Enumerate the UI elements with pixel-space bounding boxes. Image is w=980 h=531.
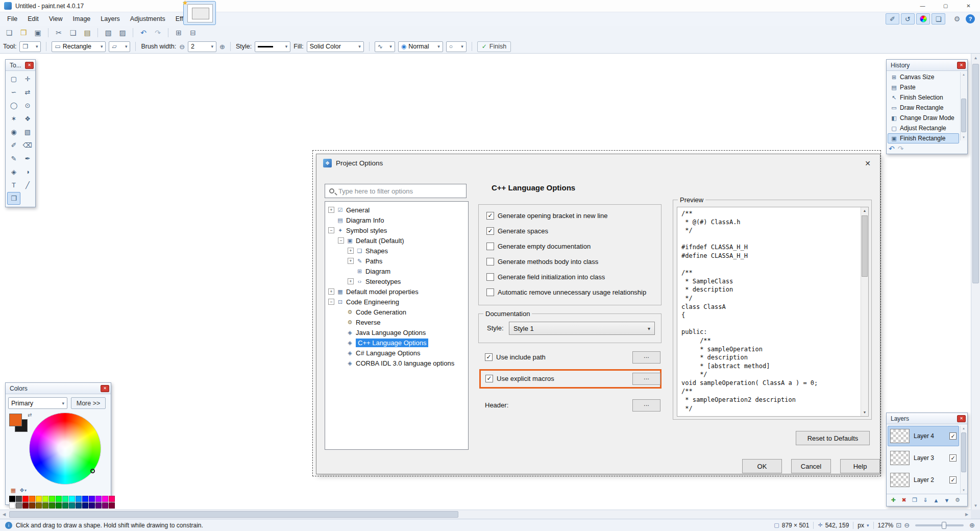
blend-mode-dropdown[interactable]: ◉ Normal ▾ <box>398 41 443 52</box>
tool-move-selection[interactable]: ⇄ <box>21 86 34 99</box>
new-image-button[interactable]: ❏ <box>3 27 15 39</box>
layers-window-titlebar[interactable]: Layers ✕ <box>887 413 967 424</box>
tool-line-curve[interactable]: ╱ <box>21 179 34 191</box>
include-path-browse-button[interactable]: ... <box>632 351 660 364</box>
expander-icon[interactable]: + <box>328 288 334 295</box>
wheel-view-button[interactable]: ▦ <box>9 487 17 494</box>
scroll-right-icon[interactable]: ▶ <box>963 510 971 519</box>
minimize-button[interactable]: — <box>911 0 934 12</box>
grid-toggle-button[interactable]: ⊞ <box>173 27 185 39</box>
zoom-out-button[interactable]: ⊖ <box>904 521 910 529</box>
color-swatch[interactable] <box>76 502 82 509</box>
color-wheel-marker[interactable] <box>90 469 95 473</box>
tool-clone-stamp[interactable]: ◈ <box>7 165 20 178</box>
history-window-toggle[interactable]: ↺ <box>901 13 915 25</box>
history-item[interactable]: ▢Adjust Rectangle <box>888 123 959 133</box>
layer-properties-button[interactable]: ⚙ <box>953 496 962 505</box>
duplicate-layer-button[interactable]: ❐ <box>910 496 919 505</box>
color-swatch[interactable] <box>16 496 22 502</box>
filter-search-input[interactable]: Type here to filter options <box>325 184 467 198</box>
doc-style-dropdown[interactable]: Style 1 ▾ <box>509 322 655 335</box>
color-swatch[interactable] <box>62 496 68 502</box>
image-list-thumbnail[interactable]: ★ <box>183 1 216 25</box>
checkbox[interactable]: ✓ <box>485 353 493 361</box>
units-dropdown[interactable]: px ▾ <box>857 522 869 529</box>
color-swatch[interactable] <box>56 502 62 509</box>
history-item[interactable]: ◧Change Draw Mode <box>888 113 959 123</box>
color-swatch[interactable] <box>95 502 102 509</box>
undo-icon[interactable]: ↶ <box>889 144 895 153</box>
tree-item-corba-language-options[interactable]: ◈CORBA IDL 3.0 language options <box>325 358 468 368</box>
zoom-slider[interactable] <box>915 524 964 526</box>
brush-width-combobox[interactable]: 2 ▾ <box>188 41 216 52</box>
tool-move-selected-pixels[interactable]: ✛ <box>21 73 34 85</box>
tool-pencil[interactable]: ✎ <box>7 152 20 165</box>
color-swatch[interactable] <box>36 496 42 502</box>
color-swatch[interactable] <box>102 502 108 509</box>
color-wheel[interactable] <box>29 413 101 485</box>
color-swatch[interactable] <box>49 496 55 502</box>
copy-button[interactable]: ❑ <box>67 27 79 39</box>
zoom-in-button[interactable]: ⊕ <box>969 521 975 529</box>
tree-item-shapes[interactable]: +❏Shapes <box>325 246 468 256</box>
history-item[interactable]: ⊞Canvas Size <box>888 72 959 82</box>
expander-icon[interactable]: + <box>348 258 354 264</box>
maximize-button[interactable]: ▢ <box>934 0 957 12</box>
antialiasing-dropdown[interactable]: ∿ ▾ <box>375 41 395 52</box>
merge-layer-down-button[interactable]: ⇓ <box>921 496 930 505</box>
alpha-mode-dropdown[interactable]: ○ ▾ <box>446 41 467 52</box>
checkbox-row[interactable]: Generate empty documentation <box>486 242 653 251</box>
expander-icon[interactable]: − <box>328 299 334 305</box>
menu-file[interactable]: File <box>2 13 22 25</box>
reset-to-defaults-button[interactable]: Reset to Defaults <box>796 431 870 445</box>
menu-image[interactable]: Image <box>68 13 96 25</box>
layers-window-toggle[interactable]: ❏ <box>932 13 945 25</box>
expander-icon[interactable]: + <box>348 278 354 284</box>
layer-visibility-checkbox[interactable]: ✓ <box>949 432 957 440</box>
tree-item-default-model-properties[interactable]: +▦Default model properties <box>325 286 468 297</box>
tool-text[interactable]: T <box>7 179 20 191</box>
history-item[interactable]: ▤Paste <box>888 82 959 92</box>
color-swatch[interactable] <box>29 496 35 502</box>
increase-width-button[interactable]: ⊕ <box>219 43 225 51</box>
color-swatch[interactable] <box>49 502 55 509</box>
deselect-button[interactable]: ▨ <box>116 27 129 39</box>
tool-paint-bucket[interactable]: ◉ <box>7 126 20 138</box>
color-swatch[interactable] <box>9 496 15 502</box>
checkbox[interactable] <box>486 243 494 250</box>
checkbox-row[interactable]: ✓Generate spaces <box>486 227 653 235</box>
menu-view[interactable]: View <box>44 13 68 25</box>
outline-style-dropdown[interactable]: ▾ <box>255 41 290 52</box>
checkbox[interactable]: ✓ <box>486 227 494 235</box>
tree-item-stereotypes[interactable]: +‹›Stereotypes <box>325 276 468 286</box>
draw-mode-dropdown[interactable]: ▱ ▾ <box>109 41 130 52</box>
color-swatch[interactable] <box>102 496 108 502</box>
scroll-up-icon[interactable]: ▲ <box>961 426 967 431</box>
close-icon[interactable]: ✕ <box>101 385 109 392</box>
layer-row[interactable]: Layer 3 ✓ <box>888 448 959 468</box>
preview-scrollbar[interactable]: ▲ ▼ <box>861 207 868 416</box>
cancel-button[interactable]: Cancel <box>791 459 831 473</box>
color-swatch[interactable] <box>82 496 88 502</box>
menu-edit[interactable]: Edit <box>22 13 44 25</box>
tree-item-default[interactable]: −▣Default (Default) <box>325 235 468 246</box>
expander-icon[interactable]: + <box>348 248 354 254</box>
use-explicit-macros-checkbox-row[interactable]: ✓Use explicit macros <box>485 374 554 383</box>
swap-colors-icon[interactable]: ⇄ <box>28 412 32 418</box>
tree-item-general[interactable]: +☑General <box>325 205 468 215</box>
color-swatch[interactable] <box>69 502 75 509</box>
tree-item-diagram[interactable]: ⊞Diagram <box>325 266 468 276</box>
history-item[interactable]: ▭Draw Rectangle <box>888 103 959 113</box>
expander-icon[interactable]: − <box>328 227 334 233</box>
scroll-down-icon[interactable]: ▼ <box>961 135 967 140</box>
close-icon[interactable]: ✕ <box>957 62 966 69</box>
scrollbar-thumb[interactable] <box>862 215 868 277</box>
color-swatch[interactable] <box>109 502 115 509</box>
color-swatch[interactable] <box>62 502 68 509</box>
color-swatch[interactable] <box>42 502 48 509</box>
tool-magic-wand[interactable]: ✶ <box>7 112 20 125</box>
shape-type-dropdown[interactable]: ▭ Rectangle ▾ <box>52 41 106 52</box>
colors-window-toggle[interactable] <box>916 13 930 25</box>
color-swatch[interactable] <box>16 502 22 509</box>
close-button[interactable]: ✕ <box>957 0 980 12</box>
